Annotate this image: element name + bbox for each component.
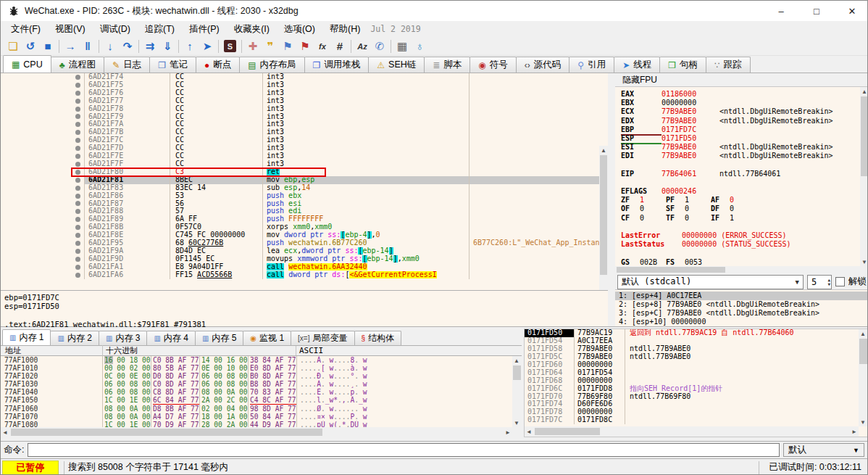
execute-till-return-icon[interactable]: ⇉ bbox=[141, 38, 159, 54]
scroll-right-arrow[interactable]: ► bbox=[850, 427, 859, 436]
breakpoint-dot[interactable] bbox=[71, 89, 84, 97]
breakpoint-dot[interactable] bbox=[71, 255, 84, 263]
stack-row[interactable]: 0171FD7800000000 bbox=[525, 408, 859, 416]
dump-row[interactable]: 77AF10200C 00 0E 00D0 8D AF 7706 00 08 0… bbox=[1, 372, 512, 380]
tab-trace[interactable]: ∵跟踪 bbox=[706, 57, 751, 73]
scroll-down-arrow[interactable]: ▼ bbox=[512, 418, 521, 427]
breakpoint-dot[interactable] bbox=[71, 200, 84, 208]
stack-row[interactable]: 0171FD6C0171FDD8指向SEH_Record[1]的指针 bbox=[525, 385, 859, 393]
tab-handles[interactable]: ❒句柄 bbox=[659, 57, 706, 73]
menu-item[interactable]: 帮助(H) bbox=[322, 22, 367, 37]
calculator-icon[interactable]: ▦ bbox=[393, 38, 411, 54]
menu-item[interactable]: 选项(O) bbox=[277, 22, 322, 37]
breakpoint-dot[interactable] bbox=[71, 160, 84, 168]
argument-count-stepper[interactable]: 5 ▲▼ bbox=[807, 275, 832, 289]
registers-horizontal-scrollbar[interactable] bbox=[615, 266, 860, 273]
patch-icon[interactable]: ✚ bbox=[244, 38, 262, 54]
dump-tab-memory-dump[interactable]: ▥内存 1 bbox=[2, 329, 51, 345]
breakpoint-dot[interactable] bbox=[71, 152, 84, 160]
restart-icon[interactable]: ↺ bbox=[22, 38, 39, 54]
tab-threads[interactable]: ➤线程 bbox=[614, 57, 660, 73]
register-line[interactable]: EDX77B9ABE0<ntdll.DbgUiRemoteBreakin> bbox=[621, 117, 860, 125]
register-line[interactable]: ESI77B9ABE0<ntdll.DbgUiRemoteBreakin> bbox=[621, 143, 860, 152]
open-file-icon[interactable]: ❏ bbox=[4, 38, 22, 54]
calling-convention-select[interactable]: 默认 (stdcall) ▼ bbox=[617, 275, 804, 289]
breakpoint-dot[interactable] bbox=[71, 184, 84, 192]
dump-vertical-scrollbar[interactable]: ▲ ▼ bbox=[512, 356, 522, 427]
stack-row[interactable]: 0171FD74D60FE6D6 bbox=[525, 400, 859, 408]
stack-vertical-scrollbar[interactable]: ▲ ▼ bbox=[859, 329, 868, 426]
tab-source-code[interactable]: ‹›源代码 bbox=[516, 57, 570, 73]
breakpoint-dot[interactable] bbox=[71, 168, 84, 176]
hash-icon[interactable]: # bbox=[331, 38, 349, 54]
dump-row[interactable]: 77AF104006 00 08 00C8 8D AF 7708 00 0A 0… bbox=[1, 388, 512, 396]
scrollbar-thumb[interactable] bbox=[513, 365, 521, 380]
menu-item[interactable]: 收藏夹(I) bbox=[227, 22, 277, 37]
dump-tab-memory-dump[interactable]: ▥内存 2 bbox=[50, 331, 99, 345]
tab-breakpoint[interactable]: ●断点 bbox=[196, 57, 240, 73]
run-icon[interactable]: → bbox=[62, 38, 79, 54]
dump-tab-watch[interactable]: ◉监视 1 bbox=[243, 331, 291, 345]
breakpoint-dot[interactable] bbox=[71, 215, 84, 223]
command-profile-select[interactable]: 默认 ▼ bbox=[783, 443, 864, 457]
stack-row[interactable]: 0171FD54A0C17EEA bbox=[525, 337, 859, 345]
breakpoint-dot[interactable] bbox=[71, 192, 84, 200]
dump-row[interactable]: 77AF101000 00 02 0080 5B AF 770E 00 10 0… bbox=[1, 364, 512, 372]
scroll-up-arrow[interactable]: ▲ bbox=[599, 146, 608, 154]
register-line[interactable]: LastStatus00000000 (STATUS_SUCCESS) bbox=[621, 240, 860, 249]
scrollbar-thumb[interactable] bbox=[617, 267, 725, 273]
pause-icon[interactable]: ‖ bbox=[79, 38, 96, 54]
breakpoint-dot[interactable] bbox=[71, 176, 84, 184]
argument-row[interactable]: 2: [esp+8] 77B9ABE0 <ntdll.DbgUiRemoteBr… bbox=[615, 300, 868, 309]
breakpoint-dot[interactable] bbox=[71, 231, 84, 239]
step-icon[interactable]: ⇓ bbox=[159, 38, 176, 54]
command-input[interactable] bbox=[28, 443, 780, 457]
dump-tab-memory-dump[interactable]: ▥内存 4 bbox=[146, 331, 195, 345]
menu-item[interactable]: 视图(V) bbox=[48, 22, 93, 37]
unlock-checkbox[interactable] bbox=[835, 277, 845, 286]
stack-row[interactable]: 0171FD5077B9AC19返回到 ntdll.77B9AC19 自 ntd… bbox=[525, 329, 859, 337]
dump-tab-memory-dump[interactable]: ▥内存 5 bbox=[195, 331, 243, 345]
minimize-button[interactable]: – bbox=[766, 1, 796, 21]
scroll-up-arrow[interactable]: ▲ bbox=[860, 87, 868, 96]
step-into-icon[interactable]: ↓ bbox=[101, 38, 119, 54]
register-line[interactable]: GS002BFS0053 bbox=[621, 258, 860, 266]
step-over-icon[interactable]: ↷ bbox=[119, 38, 136, 54]
tab-graph[interactable]: ♣流程图 bbox=[51, 57, 104, 73]
disasm-row[interactable]: 6AD21F8383EC 14sub esp,14 bbox=[1, 184, 599, 192]
menu-item[interactable]: 文件(F) bbox=[4, 22, 48, 37]
scroll-down-arrow[interactable]: ▼ bbox=[860, 257, 868, 266]
stop-icon[interactable]: ■ bbox=[39, 38, 57, 54]
comment-icon[interactable]: ❞ bbox=[262, 38, 279, 54]
scroll-down-arrow[interactable]: ▼ bbox=[859, 418, 867, 426]
breakpoint-dot[interactable] bbox=[71, 239, 84, 247]
bookmark-icon[interactable]: ⚑ bbox=[296, 38, 314, 54]
stepper-arrows-icon[interactable]: ▲▼ bbox=[827, 278, 831, 286]
dump-tab-struct[interactable]: §结构体 bbox=[354, 331, 402, 345]
highlight-az-icon[interactable]: Az bbox=[354, 38, 371, 54]
dump-tab-memory-dump[interactable]: ▥内存 3 bbox=[99, 331, 147, 345]
run-to-user-code-icon[interactable]: ➤ bbox=[199, 38, 216, 54]
tab-memory-map[interactable]: ▤内存布局 bbox=[239, 57, 304, 73]
breakpoint-dot[interactable] bbox=[71, 136, 84, 144]
tab-call-stack[interactable]: ❐调用堆栈 bbox=[304, 57, 370, 73]
breakpoint-dot[interactable] bbox=[71, 144, 84, 152]
tab-references[interactable]: ⚲引用 bbox=[569, 57, 614, 73]
settings-globe-icon[interactable]: ♁ bbox=[411, 38, 428, 54]
scroll-up-arrow[interactable]: ▲ bbox=[512, 356, 521, 365]
maximize-button[interactable]: □ bbox=[801, 1, 832, 21]
breakpoint-dot[interactable] bbox=[71, 81, 84, 89]
menu-item[interactable]: 插件(P) bbox=[182, 22, 227, 37]
tab-symbols[interactable]: ◉符号 bbox=[470, 57, 516, 73]
argument-row[interactable]: 1: [esp+4] A0C17EEA bbox=[615, 292, 868, 300]
tab-seh-chain[interactable]: ⚠SEH链 bbox=[368, 57, 425, 73]
dump-row[interactable]: 77AF10501C 00 1E 006C 84 AF 772A 00 2C 0… bbox=[1, 396, 512, 404]
breakpoint-dot[interactable] bbox=[71, 128, 84, 136]
dump-row[interactable]: 77AF106008 00 0A 00D8 8B AF 7702 00 04 0… bbox=[1, 405, 512, 413]
register-line[interactable]: ESP0171FD50 bbox=[621, 134, 860, 143]
scrollbar-thumb[interactable] bbox=[859, 339, 867, 364]
notify-phone-icon[interactable]: ✆ bbox=[371, 38, 388, 54]
register-line[interactable]: LastError00000000 (ERROR_SUCCESS) bbox=[621, 231, 860, 240]
breakpoint-dot[interactable] bbox=[71, 113, 84, 121]
function-icon[interactable]: fx bbox=[314, 38, 331, 54]
